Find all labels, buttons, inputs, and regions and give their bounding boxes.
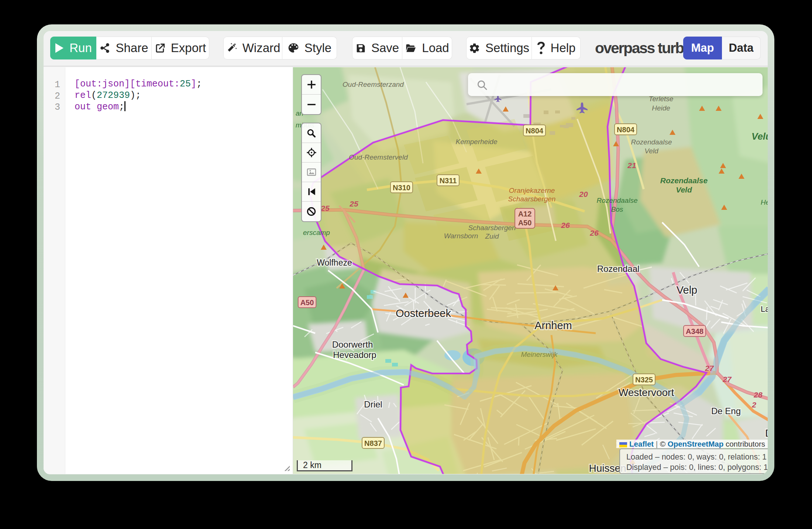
svg-text:Heide: Heide xyxy=(652,104,670,112)
svg-text:Meinerswijk: Meinerswijk xyxy=(521,351,558,358)
svg-text:A50: A50 xyxy=(300,298,314,307)
svg-text:erscamp: erscamp xyxy=(303,229,330,236)
svg-text:Oud-Reemsterveld: Oud-Reemsterveld xyxy=(349,153,408,161)
svg-text:Westervoort: Westervoort xyxy=(619,387,674,398)
svg-text:Oosterbeek: Oosterbeek xyxy=(396,307,451,319)
svg-text:A348: A348 xyxy=(686,327,703,335)
svg-text:26: 26 xyxy=(561,221,570,229)
svg-text:Oud-Reemsterzand: Oud-Reemsterzand xyxy=(343,81,404,88)
svg-text:Veld: Veld xyxy=(644,147,659,155)
svg-text:A50: A50 xyxy=(518,219,532,227)
svg-text:N311: N311 xyxy=(440,177,457,185)
svg-text:Oranjekazerne: Oranjekazerne xyxy=(509,187,555,194)
svg-text:N837: N837 xyxy=(364,439,382,447)
svg-text:26: 26 xyxy=(589,229,599,237)
svg-text:Schaarsbergen: Schaarsbergen xyxy=(508,195,556,203)
svg-text:20: 20 xyxy=(579,190,588,198)
svg-text:N310: N310 xyxy=(393,184,410,192)
svg-text:Terletse: Terletse xyxy=(649,95,674,103)
svg-text:21: 21 xyxy=(627,161,636,170)
svg-text:Wolfheze: Wolfheze xyxy=(317,258,352,267)
svg-text:N804: N804 xyxy=(526,127,544,135)
svg-text:Velp: Velp xyxy=(677,284,697,296)
svg-text:Heveadorp: Heveadorp xyxy=(333,350,376,360)
svg-text:Doorwerth: Doorwerth xyxy=(332,339,373,349)
svg-text:25: 25 xyxy=(320,204,330,212)
svg-text:Kemperheide: Kemperheide xyxy=(455,138,497,146)
svg-text:27: 27 xyxy=(705,364,714,372)
svg-text:2: 2 xyxy=(751,400,756,409)
svg-text:Veluwez: Veluwez xyxy=(751,131,768,142)
svg-text:Veld: Veld xyxy=(676,185,692,194)
svg-text:Warnsborn: Warnsborn xyxy=(444,232,478,240)
svg-text:Zuid: Zuid xyxy=(485,232,499,240)
svg-text:25: 25 xyxy=(349,199,358,208)
svg-text:27: 27 xyxy=(722,375,732,383)
svg-text:Rozendaalse: Rozendaalse xyxy=(597,197,638,204)
svg-text:Rozendaal: Rozendaal xyxy=(597,264,640,274)
svg-text:Du: Du xyxy=(765,427,768,439)
svg-text:A12: A12 xyxy=(518,210,532,218)
svg-text:De Eng: De Eng xyxy=(711,406,741,416)
svg-text:Driel: Driel xyxy=(364,399,382,409)
svg-text:Heri: Heri xyxy=(761,198,768,206)
svg-text:Bos: Bos xyxy=(611,205,623,213)
svg-text:Rozendaalse: Rozendaalse xyxy=(631,138,672,146)
svg-text:Lathu: Lathu xyxy=(761,304,768,314)
svg-text:Schaarsbergen: Schaarsbergen xyxy=(468,224,516,232)
svg-text:N804: N804 xyxy=(617,126,635,134)
svg-text:Rozendaalse: Rozendaalse xyxy=(660,176,708,185)
svg-text:N325: N325 xyxy=(635,376,653,384)
svg-text:Arnhem: Arnhem xyxy=(534,320,572,331)
svg-text:28: 28 xyxy=(753,390,763,399)
